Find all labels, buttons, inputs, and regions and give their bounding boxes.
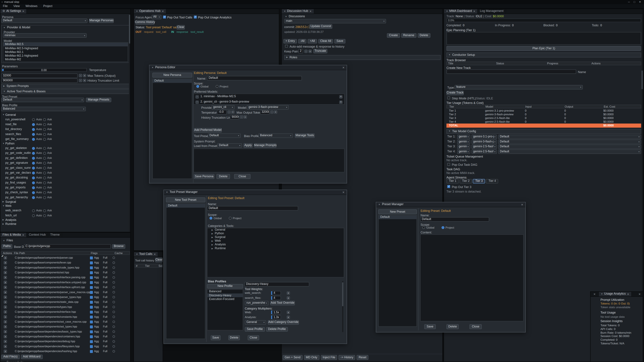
tool-row[interactable]: py_get_skeleton Auto Ask <box>0 146 129 150</box>
full-flag[interactable]: Full <box>103 296 107 299</box>
panel-close[interactable]: ✕ <box>636 292 643 296</box>
preset-manager-titlebar[interactable]: ▼ Preset Manager ✕ <box>376 202 525 207</box>
ask-radio[interactable] <box>43 138 46 141</box>
pe-history-input[interactable]: 900000 <box>230 115 239 119</box>
manage-prompts-button[interactable]: Manage Prompts <box>254 143 276 148</box>
tab-context-hub[interactable]: Context Hub <box>27 233 48 237</box>
tpm-name-input[interactable]: Default <box>207 206 298 211</box>
window-maximize-button[interactable]: □ <box>634 0 635 3</box>
close-icon[interactable]: ✕ <box>627 293 629 296</box>
remove-file-button[interactable]: x <box>4 350 7 353</box>
history-limit-increment-button[interactable]: + <box>83 79 86 82</box>
pop-out-tier3-checkbox[interactable] <box>447 185 450 188</box>
ai-settings-scrollbar[interactable] <box>129 14 130 232</box>
stream-tab[interactable]: Tier 2 <box>460 179 472 184</box>
step-mode-checkbox[interactable] <box>447 96 450 99</box>
ask-radio[interactable] <box>43 191 46 194</box>
file-row[interactable]: x C:/projects/gencpp/base/components/par… <box>1 290 130 295</box>
file-row[interactable]: x C:/projects/gencpp/base/components/typ… <box>1 305 130 309</box>
delete-profile-button[interactable]: Delete Profile <box>266 327 288 332</box>
ask-radio[interactable] <box>43 171 46 174</box>
add-tool-override-button[interactable]: Add Tool Override <box>270 301 295 305</box>
temperature-slider[interactable]: 0.00 <box>1 68 86 72</box>
remove-file-button[interactable]: x <box>4 286 7 289</box>
new-preset-button[interactable]: New Preset <box>378 209 417 214</box>
file-row[interactable]: x C:/projects/gencpp/base/components/par… <box>1 255 130 260</box>
remove-file-button[interactable]: x <box>4 301 7 304</box>
tool-preset-manager-titlebar[interactable]: ▼ Tool Preset Manager ✕ <box>164 190 347 195</box>
discussions-header[interactable]: ▼ Discussions <box>284 14 306 19</box>
tool-row[interactable]: get_file_summary Auto Ask <box>0 137 129 142</box>
add-wildcard-button[interactable]: Add Wildcard <box>21 355 42 359</box>
ask-radio[interactable] <box>43 157 46 159</box>
tab-ai-settings[interactable]: ⚙ AI Settings ✕ <box>0 9 27 13</box>
pe-maxout-increment[interactable]: + <box>274 110 277 114</box>
full-flag[interactable]: Full <box>103 310 107 314</box>
category-tree-item[interactable]: ▶ Runtime <box>208 247 344 250</box>
scope-project-radio[interactable] <box>442 226 444 229</box>
menu-item[interactable]: Windows <box>23 4 40 8</box>
close-icon[interactable]: ✕ <box>638 293 641 296</box>
tool-row[interactable]: ▼ Python Auto Ask <box>0 142 129 146</box>
auto-radio[interactable] <box>32 133 35 136</box>
auto-radio[interactable] <box>32 138 35 141</box>
agg-checkbox[interactable] <box>90 261 93 264</box>
category-tree-item[interactable]: ▶ Analysis <box>208 243 344 247</box>
remove-file-button[interactable]: x <box>4 271 7 274</box>
tool-row[interactable]: search_files Auto Ask <box>0 132 129 137</box>
conductor-setup-header[interactable]: ▼ Conductor Setup <box>446 52 641 57</box>
remove-file-button[interactable]: x <box>4 310 7 314</box>
tier-provider-select[interactable]: gemini ▾ <box>457 144 470 149</box>
active-tools-header[interactable]: ▼ Active Tool Presets & Biases <box>1 89 130 94</box>
pe-temp-decrement[interactable]: - <box>228 110 231 114</box>
pe-provider-select[interactable]: gemini_cli ▾ <box>212 105 234 110</box>
tool-row[interactable]: ▶ Analysis Auto Ask <box>0 218 129 222</box>
remove-file-button[interactable]: x <box>4 266 7 269</box>
profile-name-input[interactable]: Discovery-Heavy <box>244 282 309 286</box>
history-limit-decrement-button[interactable]: - <box>79 79 82 82</box>
close-icon[interactable]: ✕ <box>310 10 312 13</box>
preferred-model-row[interactable]: - 2. gemini_cli - gemini-3-flash-preview… <box>194 99 344 105</box>
close-icon[interactable]: ✕ <box>22 233 24 237</box>
max-tokens-increment-button[interactable]: + <box>83 74 86 77</box>
bias-profile-item[interactable]: Discovery-Heavy <box>208 294 243 297</box>
file-row[interactable]: x C:/projects/gencpp/base/dependencies/h… <box>1 349 130 354</box>
remove-file-button[interactable]: x <box>4 305 7 309</box>
tier-preset-select[interactable]: Default ▾ <box>498 140 641 144</box>
pop-out-usage-checkbox[interactable] <box>194 15 197 18</box>
remove-model-button[interactable]: x <box>339 95 343 98</box>
roles-header[interactable]: ▶ Roles <box>284 55 441 60</box>
ask-radio[interactable] <box>43 162 46 164</box>
delete-tool-preset-button[interactable]: Delete <box>228 335 240 340</box>
file-row[interactable]: x C:/projects/gencpp/base/components/con… <box>1 314 130 319</box>
content-textarea[interactable] <box>420 234 524 321</box>
composer-action-button[interactable]: Inject File <box>321 355 338 360</box>
scope-project-radio[interactable] <box>228 217 232 220</box>
tool-preset-list-item[interactable]: Default <box>166 204 205 208</box>
save-profile-button[interactable]: Save Profile <box>245 327 265 332</box>
remove-file-button[interactable]: x <box>4 335 7 338</box>
close-icon[interactable]: ✕ <box>162 10 164 13</box>
epic-planning-textarea[interactable] <box>446 32 641 45</box>
weight-value-input[interactable]: 4 <box>271 296 281 300</box>
multiplier-value-input[interactable]: 1.5x <box>271 310 281 314</box>
tier-preset-select[interactable]: Default ▾ <box>498 135 641 139</box>
auto-radio[interactable] <box>32 171 35 174</box>
pe-bias-select[interactable]: Balanced ▾ <box>258 133 293 138</box>
agg-checkbox[interactable] <box>90 301 93 304</box>
tool-row[interactable]: py_get_docstring Auto Ask <box>0 175 129 180</box>
full-flag[interactable]: Full <box>103 281 107 284</box>
close-icon[interactable]: ✕ <box>342 191 344 194</box>
reorder-handle[interactable]: - <box>196 95 199 98</box>
add-files-button[interactable]: Add File(s) <box>1 355 20 359</box>
status-clear-button[interactable]: Clear <box>176 25 185 29</box>
persona-select[interactable]: Default ▾ <box>1 18 88 23</box>
rename-discussion-button[interactable]: Rename <box>401 33 416 38</box>
agg-checkbox[interactable] <box>90 335 93 338</box>
auto-radio[interactable] <box>32 152 35 155</box>
file-row[interactable]: x C:/projects/gencpp/base/components/ast… <box>1 324 130 329</box>
file-row[interactable]: x C:/projects/gencpp/base/components/int… <box>1 280 130 285</box>
category-select[interactable]: General ▾ <box>245 320 266 325</box>
tool-row[interactable]: ▶ Surgical Auto Ask <box>0 200 129 204</box>
agg-checkbox[interactable] <box>90 340 93 343</box>
